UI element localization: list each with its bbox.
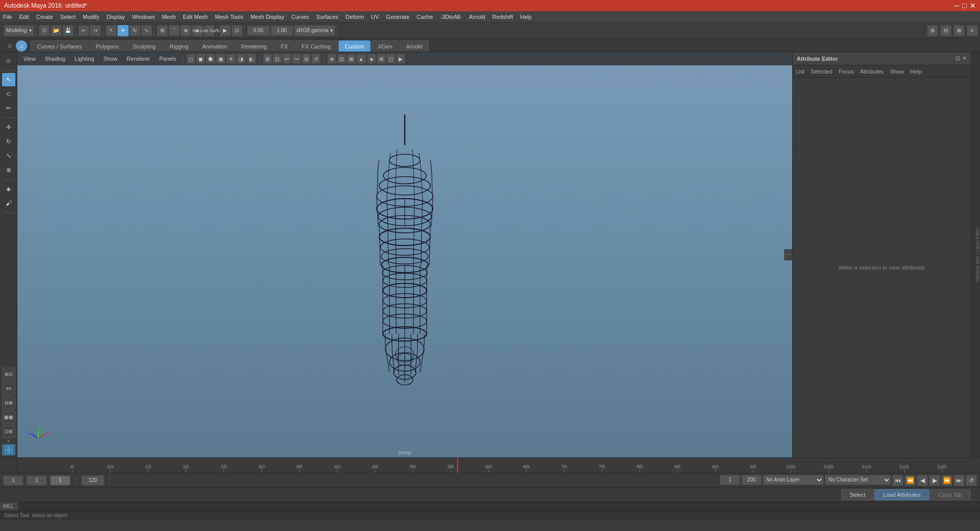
- tab-rendering[interactable]: Rendering: [234, 40, 274, 52]
- vp-btn-flat[interactable]: ◼: [196, 54, 205, 64]
- color-profile-dropdown[interactable]: sRGB gamma▾: [294, 25, 336, 36]
- attr-tab-focus[interactable]: Focus: [839, 68, 854, 75]
- window-controls[interactable]: ─ □ ✕: [954, 2, 976, 10]
- menu-modify[interactable]: Modify: [83, 14, 99, 20]
- viewport-vertical-tab[interactable]: │: [784, 249, 792, 260]
- attr-tab-selected[interactable]: Selected: [811, 68, 832, 75]
- menu-help[interactable]: Help: [520, 14, 532, 20]
- left-tool-group3[interactable]: ⊟⊠: [2, 396, 15, 409]
- vp-btn-lights[interactable]: ☀: [226, 54, 236, 64]
- loop-btn[interactable]: ↺: [966, 475, 977, 486]
- tool-settings-icon[interactable]: ⊞: [2, 54, 15, 67]
- vp-btn-manip[interactable]: ◈: [367, 54, 376, 64]
- vp-btn-bookmark[interactable]: ▲: [356, 54, 366, 64]
- toolbar-icon4[interactable]: ≡: [967, 25, 978, 36]
- new-button[interactable]: 🗋: [39, 25, 50, 36]
- minimize-button[interactable]: ─: [954, 2, 960, 10]
- tab-fx[interactable]: FX: [274, 40, 295, 52]
- close-button[interactable]: ✕: [970, 2, 976, 10]
- vp-btn-snap[interactable]: ⊞: [377, 54, 386, 64]
- toolbar-icon2[interactable]: ⊟: [940, 25, 951, 36]
- vp-btn-wire[interactable]: ◻: [186, 54, 195, 64]
- frame-end-input[interactable]: [81, 475, 104, 486]
- left-tool-expand[interactable]: ▼: [2, 439, 15, 443]
- menu-edit-mesh[interactable]: Edit Mesh: [183, 14, 208, 20]
- universal-tool-btn[interactable]: ⊕: [2, 163, 15, 177]
- snap-grid[interactable]: ⊞: [157, 25, 168, 36]
- attr-tab-list[interactable]: List: [796, 68, 804, 75]
- attr-tab-help[interactable]: Help: [910, 68, 922, 75]
- copy-tab-button[interactable]: Copy Tab: [930, 489, 971, 500]
- toolbar-icon1[interactable]: ⊞: [927, 25, 938, 36]
- menu-select[interactable]: Select: [60, 14, 76, 20]
- menu-curves[interactable]: Curves: [291, 14, 309, 20]
- menu-mesh-tools[interactable]: Mesh Tools: [215, 14, 243, 20]
- vp-btn-select-cam[interactable]: ◻: [386, 54, 396, 64]
- field-value1[interactable]: [247, 26, 270, 36]
- snap-point[interactable]: ⊕: [180, 25, 191, 36]
- vp-btn-textured[interactable]: ▣: [216, 54, 226, 64]
- vp-btn-persp[interactable]: ⊠: [347, 54, 356, 64]
- undo-button[interactable]: ↩: [78, 25, 89, 36]
- select-tool[interactable]: ↖: [106, 25, 117, 36]
- move-tool[interactable]: ✛: [117, 25, 129, 36]
- attr-tab-show[interactable]: Show: [890, 68, 904, 75]
- viewport-menu-lighting[interactable]: Lighting: [71, 55, 97, 63]
- tab-custom[interactable]: Custom: [338, 40, 371, 52]
- home-icon[interactable]: ⌂: [16, 40, 27, 52]
- mel-input[interactable]: [17, 503, 980, 509]
- menu-3dto[interactable]: -3DtoAll-: [440, 14, 462, 20]
- frame-start-input[interactable]: [3, 475, 23, 486]
- left-tool-group1[interactable]: ⊞⊡: [2, 368, 15, 381]
- left-tool-group4[interactable]: ▦▦: [2, 411, 15, 424]
- vp-btn-layout[interactable]: ⊡: [337, 54, 346, 64]
- tab-polygons[interactable]: Polygons: [89, 40, 125, 52]
- viewport-menu-view[interactable]: View: [20, 55, 39, 63]
- menu-mesh-display[interactable]: Mesh Display: [251, 14, 284, 20]
- play-forward-btn[interactable]: ▶: [929, 475, 940, 486]
- tabs-menu-icon[interactable]: ≡: [4, 40, 15, 52]
- total-start-input[interactable]: [720, 475, 740, 485]
- render-btn[interactable]: ▶: [219, 25, 231, 36]
- viewport[interactable]: View Shading Lighting Show Renderer Pane…: [17, 52, 792, 457]
- total-end-input[interactable]: [741, 475, 762, 485]
- tab-curves-surfaces[interactable]: Curves / Surfaces: [31, 40, 88, 52]
- maximize-button[interactable]: □: [963, 2, 967, 10]
- load-attributes-button[interactable]: Load Attributes: [874, 489, 929, 500]
- menu-deform[interactable]: Deform: [346, 14, 364, 20]
- viewport-menu-show[interactable]: Show: [101, 55, 121, 63]
- viewport-menu-shading[interactable]: Shading: [42, 55, 68, 63]
- tab-arnold[interactable]: Arnold: [400, 40, 429, 52]
- open-button[interactable]: 📂: [51, 25, 62, 36]
- mel-label[interactable]: MEL: [0, 502, 17, 511]
- rotate-tool[interactable]: ↻: [129, 25, 140, 36]
- redo-button[interactable]: ↪: [90, 25, 101, 36]
- menu-uv[interactable]: UV: [371, 14, 379, 20]
- vp-btn-smooth[interactable]: ⬟: [206, 54, 215, 64]
- soft-mod-btn[interactable]: ◈: [2, 182, 15, 196]
- channel-box-icon[interactable]: [2, 444, 15, 455]
- viewport-menu-panels[interactable]: Panels: [156, 55, 180, 63]
- vp-btn-hud[interactable]: ⊟: [302, 54, 311, 64]
- character-set-select[interactable]: No Character Set: [825, 475, 891, 485]
- tab-rigging[interactable]: Rigging: [163, 40, 195, 52]
- menu-surfaces[interactable]: Surfaces: [316, 14, 338, 20]
- prev-frame-btn[interactable]: ⏪: [904, 475, 916, 486]
- left-tool-group2[interactable]: ≡≡: [2, 382, 15, 395]
- toolbar-icon3[interactable]: ⊠: [953, 25, 965, 36]
- vp-btn-camera-tools[interactable]: ⊕: [327, 54, 336, 64]
- menu-arnold[interactable]: Arnold: [469, 14, 485, 20]
- menu-mesh[interactable]: Mesh: [162, 14, 176, 20]
- skip-end-btn[interactable]: ⏭: [953, 475, 965, 486]
- vp-btn-frame[interactable]: ⊡: [273, 54, 282, 64]
- timeline-ruler[interactable]: 5 10 15 20 25 30 35 40 45 50 55 60 65 70…: [35, 458, 980, 473]
- scale-tool[interactable]: ⤡: [141, 25, 152, 36]
- sculpt-btn[interactable]: 🖌: [2, 197, 15, 210]
- scale-tool-btn[interactable]: ⤡: [2, 149, 15, 162]
- menu-file[interactable]: File: [3, 14, 12, 20]
- frame-subframe-input[interactable]: [50, 475, 70, 486]
- vp-btn-undo-cam[interactable]: ↩: [282, 54, 291, 64]
- attr-editor-close[interactable]: ✕: [962, 55, 967, 62]
- menu-display[interactable]: Display: [107, 14, 125, 20]
- save-button[interactable]: 💾: [62, 25, 74, 36]
